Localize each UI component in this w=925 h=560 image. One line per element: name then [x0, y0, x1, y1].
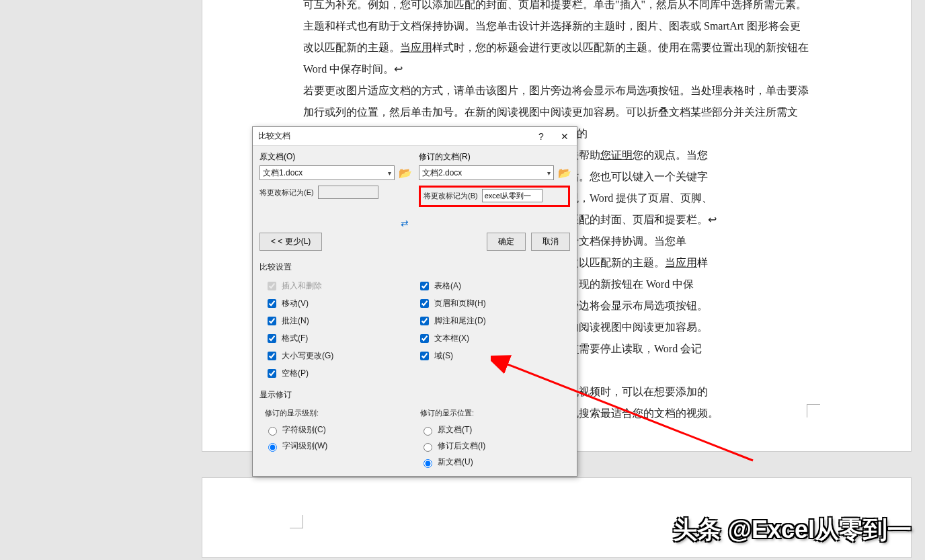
checkbox [268, 282, 276, 290]
show-revisions-section: 显示修订 修订的显示级别: 字符级别(C) 字词级别(W) 修订的显示位置: 原… [253, 385, 577, 476]
original-doc-combo[interactable]: 文档1.docx ▾ [259, 165, 395, 180]
chk-headers[interactable]: 页眉和页脚(H) [417, 297, 570, 310]
ok-button[interactable]: 确定 [487, 233, 526, 251]
checkbox[interactable] [268, 317, 276, 325]
para-text: 需要停止读取，Word 会记 [579, 343, 702, 354]
mark-label: 将更改标记为(B) [424, 191, 478, 201]
checkbox[interactable] [420, 299, 429, 308]
close-button[interactable]: ✕ [558, 131, 571, 142]
chk-tables[interactable]: 表格(A) [417, 280, 570, 292]
radio[interactable] [424, 427, 432, 436]
checkbox[interactable] [420, 317, 429, 325]
chk-footnotes[interactable]: 脚注和尾注(D) [417, 315, 570, 327]
link-text: 您证明 [600, 149, 633, 161]
rev-level-label: 修订的显示级别: [265, 408, 415, 418]
original-doc-label: 原文档(O) [259, 151, 411, 163]
chk-move[interactable]: 移动(V) [265, 297, 417, 310]
radio[interactable] [424, 459, 432, 468]
para-text: 您的观点。当您 [633, 149, 708, 161]
mark-input-left[interactable] [318, 186, 378, 199]
radio[interactable] [424, 443, 432, 452]
dialog-titlebar: 比较文档 ? ✕ [253, 127, 577, 146]
dialog-top-section: 原文档(O) 文档1.docx ▾ 📂 将更改标记为(E) 修订的文档(R) 文… [253, 146, 577, 215]
mark-changes-left: 将更改标记为(E) [259, 186, 411, 199]
chk-space[interactable]: 空格(P) [265, 367, 417, 380]
revised-doc-combo[interactable]: 文档2.docx ▾ [419, 165, 554, 180]
dialog-action-row: < < 更少(L) 确定 取消 [253, 231, 577, 257]
chk-fields[interactable]: 域(S) [417, 350, 570, 362]
checkbox[interactable] [420, 352, 429, 360]
para-text: 样 [697, 257, 708, 268]
compare-settings-section: 比较设置 插入和删除 移动(V) 批注(N) 格式(F) 大小写更改(G) 空格… [253, 257, 577, 385]
mark-label: 将更改标记为(E) [259, 188, 314, 198]
radio-new-doc[interactable]: 新文档(U) [415, 456, 570, 468]
page-corner-mark [290, 515, 303, 528]
chk-textbox[interactable]: 文本框(X) [417, 332, 570, 345]
link-text: 当应用 [665, 257, 697, 268]
chevron-down-icon: ▾ [547, 169, 551, 177]
folder-browse-icon[interactable]: 📂 [399, 167, 411, 179]
less-options-button[interactable]: < < 更少(L) [259, 233, 322, 251]
revised-doc-label: 修订的文档(R) [419, 151, 570, 163]
mark-changes-right: 将更改标记为(B) [424, 189, 565, 202]
chevron-down-icon: ▾ [388, 169, 391, 177]
chk-comments[interactable]: 批注(N) [265, 315, 417, 327]
chk-format[interactable]: 格式(F) [265, 332, 417, 345]
compare-documents-dialog: 比较文档 ? ✕ 原文档(O) 文档1.docx ▾ 📂 将更改标记为(E) 修… [252, 126, 577, 477]
rev-location-label: 修订的显示位置: [420, 408, 570, 418]
checkbox[interactable] [268, 352, 276, 360]
original-doc-column: 原文档(O) 文档1.docx ▾ 📂 将更改标记为(E) [259, 151, 411, 207]
radio[interactable] [268, 427, 277, 436]
mark-input-right[interactable] [482, 189, 542, 202]
folder-browse-icon[interactable]: 📂 [558, 167, 570, 179]
chk-case[interactable]: 大小写更改(G) [265, 350, 417, 362]
dialog-title-text: 比较文档 [258, 130, 534, 142]
link-text: 当应用 [400, 42, 432, 53]
radio-word-level[interactable]: 字词级别(W) [259, 440, 415, 452]
radio-char-level[interactable]: 字符级别(C) [259, 424, 415, 436]
swap-docs-button[interactable]: ⇄ [253, 215, 577, 231]
watermark-text: 头条 @Excel从零到一 [673, 514, 912, 547]
combo-value: 文档2.docx [422, 167, 462, 179]
combo-value: 文档1.docx [263, 167, 303, 179]
show-revisions-label: 显示修订 [259, 389, 570, 401]
checkbox[interactable] [420, 334, 429, 343]
cancel-button[interactable]: 取消 [531, 233, 570, 251]
checkbox[interactable] [268, 369, 276, 378]
chk-insert-delete: 插入和删除 [265, 280, 417, 292]
checkbox[interactable] [420, 282, 429, 290]
radio-revised-doc[interactable]: 修订后文档(I) [415, 440, 570, 452]
radio-original-doc[interactable]: 原文档(T) [415, 424, 570, 436]
compare-settings-label: 比较设置 [259, 262, 570, 273]
page-corner-mark [807, 404, 820, 417]
checkbox[interactable] [268, 334, 276, 343]
help-button[interactable]: ? [534, 131, 548, 142]
revised-doc-column: 修订的文档(R) 文档2.docx ▾ 📂 将更改标记为(B) [419, 151, 570, 207]
highlight-annotation: 将更改标记为(B) [419, 186, 570, 207]
radio[interactable] [268, 443, 277, 452]
checkbox[interactable] [268, 299, 276, 308]
